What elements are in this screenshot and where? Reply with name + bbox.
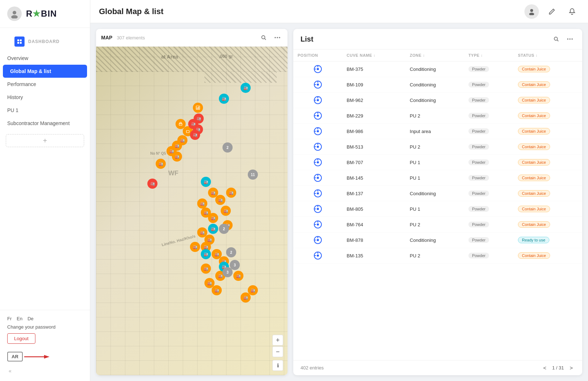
col-cuve-name[interactable]: CUVE NAME ↕ — [342, 50, 406, 61]
svg-point-14 — [279, 37, 280, 38]
cell-status: Contain Juice — [514, 93, 582, 108]
map-pin-cluster-2c[interactable]: 2 — [226, 247, 236, 257]
type-badge: Powder — [468, 175, 489, 181]
map-pin-teal-1[interactable]: 🏭 — [241, 83, 251, 93]
map-pin-orange-11[interactable]: 🏭 — [226, 188, 236, 198]
logout-button[interactable]: Logout — [7, 333, 35, 344]
map-pin-orange-8[interactable]: 🏭 — [156, 159, 166, 169]
map-pin-orange-27[interactable]: 🏭 — [233, 271, 243, 281]
cell-status: Contain Juice — [514, 186, 582, 201]
nav-item-overview[interactable]: Overview — [0, 52, 90, 65]
cell-cuve-name: BM-137 — [342, 186, 406, 201]
cell-status: Contain Juice — [514, 248, 582, 264]
table-row[interactable]: BM-986Input areaPowderContain Juice — [293, 124, 582, 139]
map-info-button[interactable]: ℹ — [272, 360, 283, 371]
table-row[interactable]: BM-764PU 2PowderContain Juice — [293, 217, 582, 232]
map-pin-teal-4[interactable]: 🏭 — [208, 224, 218, 234]
table-row[interactable]: BM-375ConditioningPowderContain Juice — [293, 61, 582, 77]
map-pin-orange-26[interactable]: 🏭 — [212, 285, 222, 295]
nav-item-global-map[interactable]: Global Map & list — [0, 65, 90, 78]
map-pin-orange-10[interactable]: 🏭 — [215, 195, 225, 205]
map-pin-teal-5[interactable]: 🏭 — [201, 249, 211, 259]
map-pin-red-5[interactable]: 🏭 — [147, 179, 157, 189]
col-status[interactable]: STATUS ↕ — [514, 50, 582, 61]
svg-point-9 — [529, 13, 534, 15]
prev-page-button[interactable]: < — [541, 364, 549, 372]
lang-fr[interactable]: Fr — [7, 316, 12, 321]
map-pin-cluster-3b[interactable]: 3 — [222, 267, 233, 277]
cell-status: Contain Juice — [514, 124, 582, 139]
map-pin-orange-29[interactable]: 🏭 — [241, 292, 251, 303]
map-pin-orange-1[interactable] — [193, 103, 203, 113]
map-pin-cluster-2a[interactable]: 2 — [222, 142, 233, 153]
map-search-button[interactable] — [259, 33, 269, 43]
type-badge: Powder — [468, 237, 489, 243]
cell-cuve-name: BM-805 — [342, 201, 406, 217]
add-button[interactable]: + — [6, 134, 84, 147]
table-row[interactable]: BM-135PU 2PowderContain Juice — [293, 248, 582, 264]
map-pin-orange-7[interactable]: 🏭 — [172, 151, 182, 162]
svg-point-12 — [274, 37, 276, 38]
table-row[interactable]: BM-229PU 2PowderContain Juice — [293, 108, 582, 124]
col-zone[interactable]: ZONE ↕ — [406, 50, 464, 61]
table-row[interactable]: BM-137ConditioningPowderContain Juice — [293, 186, 582, 201]
table-row[interactable]: BM-878ConditioningPowderReady to use — [293, 232, 582, 248]
ar-badge[interactable]: AR — [7, 352, 23, 361]
cell-status: Contain Juice — [514, 217, 582, 232]
map-pin-red-4[interactable]: 🏭 — [190, 130, 200, 140]
cell-cuve-name: BM-145 — [342, 170, 406, 186]
nav-item-pu1[interactable]: PU 1 — [0, 104, 90, 117]
map-pin-orange-15[interactable]: 🏭 — [221, 206, 231, 216]
main-nav: Overview Global Map & list Performance H… — [0, 52, 90, 130]
change-password-link[interactable]: Change your password — [7, 324, 83, 330]
cell-cuve-name: BM-135 — [342, 248, 406, 264]
next-page-button[interactable]: > — [567, 364, 575, 372]
lang-en[interactable]: En — [17, 316, 22, 321]
svg-point-23 — [567, 38, 568, 40]
notifications-button[interactable] — [565, 4, 579, 19]
map-pin-cluster-11[interactable]: 11 — [248, 170, 258, 180]
table-row[interactable]: BM-805PU 1PowderContain Juice — [293, 201, 582, 217]
nav-item-history[interactable]: History — [0, 91, 90, 104]
table-row[interactable]: BM-513PU 2PowderContain Juice — [293, 139, 582, 155]
cell-position — [293, 201, 342, 217]
nav-item-subcontractor[interactable]: Subcontractor Management — [0, 117, 90, 130]
cell-type: Powder — [464, 201, 514, 217]
map-pin-orange-12[interactable]: 🏭 — [197, 198, 207, 209]
type-badge: Powder — [468, 206, 489, 212]
content-area: MAP 307 elements — [90, 23, 588, 381]
cell-position — [293, 186, 342, 201]
nav-item-performance[interactable]: Performance — [0, 78, 90, 91]
table-row[interactable]: BM-145PU 1PowderContain Juice — [293, 170, 582, 186]
svg-point-13 — [277, 37, 278, 38]
target-icon — [298, 158, 338, 166]
list-search-button[interactable] — [551, 34, 561, 44]
cell-cuve-name: BM-229 — [342, 108, 406, 124]
list-more-button[interactable] — [565, 34, 575, 44]
sidebar-collapse-button[interactable]: « — [7, 367, 13, 375]
cell-type: Powder — [464, 108, 514, 124]
map-pin-orange-23[interactable]: 🏭 — [201, 264, 211, 274]
map-pin-orange-19[interactable]: 🏭 — [190, 242, 200, 252]
user-avatar[interactable] — [7, 7, 22, 21]
table-row[interactable]: BM-962ConditioningPowderContain Juice — [293, 93, 582, 108]
cell-position — [293, 61, 342, 77]
cell-zone: PU 2 — [406, 108, 464, 124]
map-pin-teal-2[interactable]: 🏭 — [219, 94, 229, 104]
table-row[interactable]: BM-707PU 1PowderContain Juice — [293, 155, 582, 170]
map-pin-teal-3[interactable]: 🏭 — [201, 177, 211, 187]
map-pin-orange-14[interactable]: 🏭 — [208, 213, 218, 223]
type-badge: Powder — [468, 222, 489, 227]
user-menu-button[interactable] — [524, 4, 539, 19]
table-row[interactable]: BM-109ConditioningPowderContain Juice — [293, 77, 582, 93]
map-container[interactable]: at Area ,000 gr WF No N° Q5 - JCP LineNo… — [96, 47, 287, 375]
map-zoom-in-button[interactable]: + — [272, 335, 283, 346]
cell-status: Contain Juice — [514, 139, 582, 155]
cell-status: Contain Juice — [514, 201, 582, 217]
col-type[interactable]: TYPE ↕ — [464, 50, 514, 61]
edit-button[interactable] — [545, 4, 559, 19]
map-zoom-out-button[interactable]: − — [272, 346, 283, 357]
map-more-button[interactable] — [272, 33, 282, 43]
map-pin-cluster-2b[interactable]: 2 — [219, 224, 229, 234]
lang-de[interactable]: De — [27, 316, 34, 321]
